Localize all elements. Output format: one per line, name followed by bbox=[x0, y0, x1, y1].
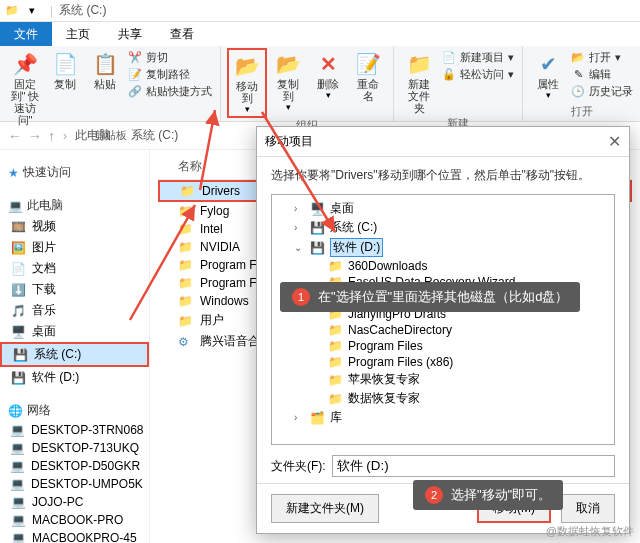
up-icon[interactable]: ↑ bbox=[48, 128, 55, 144]
rename-button[interactable]: 📝重命名 bbox=[349, 48, 387, 104]
tree-item[interactable]: 📁NasCacheDirectory bbox=[276, 322, 610, 338]
dialog-titlebar: 移动项目 ✕ bbox=[257, 127, 629, 157]
open-button[interactable]: 📂打开 ▾ bbox=[571, 50, 633, 65]
tab-home[interactable]: 主页 bbox=[52, 22, 104, 46]
net-item[interactable]: 💻DESKTOP-D50GKR bbox=[0, 457, 149, 475]
cancel-button[interactable]: 取消 bbox=[561, 494, 615, 523]
close-icon[interactable]: ✕ bbox=[608, 132, 621, 151]
callout-2: 2选择"移动"即可。 bbox=[413, 480, 563, 510]
sidebar-item-desktop[interactable]: 🖥️桌面 bbox=[0, 321, 149, 342]
net-item[interactable]: 💻MACBOOK-PRO bbox=[0, 511, 149, 529]
nav-sidebar: ★快速访问 💻此电脑 🎞️视频 🖼️图片 📄文档 ⬇️下载 🎵音乐 🖥️桌面 💾… bbox=[0, 150, 150, 543]
newitem-button[interactable]: 📄新建项目 ▾ bbox=[442, 50, 514, 65]
tree-item[interactable]: 📁Program Files bbox=[276, 338, 610, 354]
edit-button[interactable]: ✎编辑 bbox=[571, 67, 633, 82]
tab-view[interactable]: 查看 bbox=[156, 22, 208, 46]
sidebar-item-documents[interactable]: 📄文档 bbox=[0, 258, 149, 279]
tab-share[interactable]: 共享 bbox=[104, 22, 156, 46]
callout-1: 1在"选择位置"里面选择其他磁盘（比如d盘） bbox=[280, 282, 580, 312]
this-pc[interactable]: 💻此电脑 bbox=[8, 197, 149, 214]
folder-icon: 📁 bbox=[4, 3, 20, 19]
tree-drive-c[interactable]: ›💾系统 (C:) bbox=[276, 218, 610, 237]
sidebar-item-pictures[interactable]: 🖼️图片 bbox=[0, 237, 149, 258]
tree-drive-d[interactable]: ⌄💾软件 (D:) bbox=[276, 237, 610, 258]
window-title: 系统 (C:) bbox=[59, 2, 106, 19]
tree-item[interactable]: 📁数据恢复专家 bbox=[276, 389, 610, 408]
tree-desktop[interactable]: ›🖥️桌面 bbox=[276, 199, 610, 218]
group-open: ✔属性▾ 📂打开 ▾ ✎编辑 🕒历史记录 打开 bbox=[523, 46, 640, 121]
dialog-message: 选择你要将"Drivers"移动到哪个位置，然后单击"移动"按钮。 bbox=[271, 167, 615, 184]
sidebar-drive-d[interactable]: 💾软件 (D:) bbox=[0, 367, 149, 388]
moveto-button[interactable]: 📂移动到▾ bbox=[227, 48, 267, 118]
crumb-pc[interactable]: 此电脑 bbox=[75, 127, 111, 144]
tree-item[interactable]: 📁360Downloads bbox=[276, 258, 610, 274]
dialog-title: 移动项目 bbox=[265, 133, 313, 150]
newfolder-button[interactable]: 新建文件夹(M) bbox=[271, 494, 379, 523]
forward-icon[interactable]: → bbox=[28, 128, 42, 144]
tree-item[interactable]: 📁Program Files (x86) bbox=[276, 354, 610, 370]
sidebar-item-downloads[interactable]: ⬇️下载 bbox=[0, 279, 149, 300]
pasteshortcut-button[interactable]: 🔗粘贴快捷方式 bbox=[128, 84, 212, 99]
history-button[interactable]: 🕒历史记录 bbox=[571, 84, 633, 99]
paste-button[interactable]: 📋粘贴 bbox=[86, 48, 124, 92]
tree-libraries[interactable]: ›🗂️库 bbox=[276, 408, 610, 427]
back-icon[interactable]: ← bbox=[8, 128, 22, 144]
quick-access[interactable]: ★快速访问 bbox=[8, 164, 149, 181]
copyto-button[interactable]: 📂复制到▾ bbox=[269, 48, 307, 114]
pin-button[interactable]: 📌固定到" 快速访问" bbox=[6, 48, 44, 128]
folder-input[interactable] bbox=[332, 455, 615, 477]
tree-item[interactable]: 📁苹果恢复专家 bbox=[276, 370, 610, 389]
sidebar-drive-c[interactable]: 💾系统 (C:) bbox=[0, 342, 149, 367]
copy-button[interactable]: 📄复制 bbox=[46, 48, 84, 92]
sidebar-item-music[interactable]: 🎵音乐 bbox=[0, 300, 149, 321]
net-item[interactable]: 💻DESKTOP-713UKQ bbox=[0, 439, 149, 457]
net-item[interactable]: 💻DESKTOP-3TRN068 bbox=[0, 421, 149, 439]
properties-button[interactable]: ✔属性▾ bbox=[529, 48, 567, 102]
move-dialog: 移动项目 ✕ 选择你要将"Drivers"移动到哪个位置，然后单击"移动"按钮。… bbox=[256, 126, 630, 534]
group-new: 📁新建 文件夹 📄新建项目 ▾ 🔓轻松访问 ▾ 新建 bbox=[394, 46, 523, 121]
folder-tree[interactable]: ›🖥️桌面 ›💾系统 (C:) ⌄💾软件 (D:) 📁360Downloads … bbox=[271, 194, 615, 445]
watermark: @数据蛙恢复软件 bbox=[546, 524, 634, 539]
group-clipboard: 📌固定到" 快速访问" 📄复制 📋粘贴 ✂️剪切 📝复制路径 🔗粘贴快捷方式 剪… bbox=[0, 46, 221, 121]
cut-button[interactable]: ✂️剪切 bbox=[128, 50, 212, 65]
net-item[interactable]: 💻JOJO-PC bbox=[0, 493, 149, 511]
newfolder-button[interactable]: 📁新建 文件夹 bbox=[400, 48, 438, 116]
folder-label: 文件夹(F): bbox=[271, 458, 326, 475]
crumb-drive[interactable]: 系统 (C:) bbox=[131, 127, 178, 144]
net-item[interactable]: 💻DESKTOP-UMPO5K bbox=[0, 475, 149, 493]
ribbon-tabs: 文件 主页 共享 查看 bbox=[0, 22, 640, 46]
easyaccess-button[interactable]: 🔓轻松访问 ▾ bbox=[442, 67, 514, 82]
copypath-button[interactable]: 📝复制路径 bbox=[128, 67, 212, 82]
down-icon[interactable]: ▾ bbox=[24, 3, 40, 19]
titlebar: 📁 ▾ | 系统 (C:) bbox=[0, 0, 640, 22]
sidebar-item-video[interactable]: 🎞️视频 bbox=[0, 216, 149, 237]
network[interactable]: 🌐网络 bbox=[8, 402, 149, 419]
net-item[interactable]: 💻MACBOOKPRO-45 bbox=[0, 529, 149, 543]
delete-button[interactable]: ✕删除▾ bbox=[309, 48, 347, 102]
tab-file[interactable]: 文件 bbox=[0, 22, 52, 46]
ribbon: 📌固定到" 快速访问" 📄复制 📋粘贴 ✂️剪切 📝复制路径 🔗粘贴快捷方式 剪… bbox=[0, 46, 640, 122]
group-organize: 📂移动到▾ 📂复制到▾ ✕删除▾ 📝重命名 组织 bbox=[221, 46, 394, 121]
